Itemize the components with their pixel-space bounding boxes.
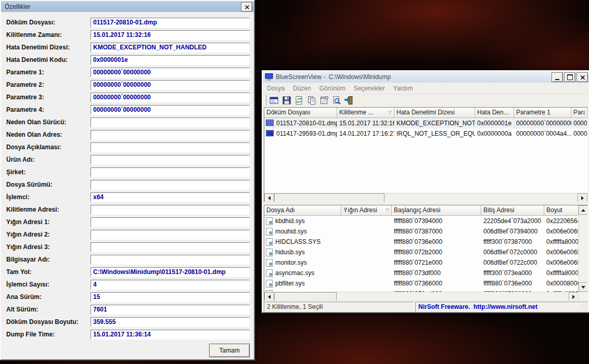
field-value[interactable] [91, 242, 250, 252]
dialog-field-row: Neden Olan Adres: [1, 128, 254, 141]
menu-item-düzen[interactable]: Düzen [289, 85, 315, 92]
close-button[interactable] [577, 72, 588, 82]
close-button[interactable] [241, 2, 252, 12]
resize-grip[interactable] [581, 304, 587, 310]
driver-list-hscrollbar[interactable] [264, 292, 579, 301]
refresh-icon[interactable] [293, 95, 305, 106]
column-header[interactable]: Bitiş Adresi [481, 205, 544, 216]
ok-button[interactable]: Tamam [209, 344, 250, 357]
field-value[interactable]: 4 [91, 280, 250, 290]
column-header[interactable]: Hata Den... [475, 108, 514, 118]
minimize-icon [555, 79, 559, 80]
field-value[interactable] [91, 180, 250, 190]
dump-row[interactable]: 011417-29593-01.dmp14.01.2017 17:16:27IR… [264, 128, 587, 139]
dialog-field-row: Dosya Sürümü: [1, 178, 254, 191]
dialog-field-row: Döküm Dosyası:011517-20810-01.dmp [1, 16, 254, 29]
exit-icon[interactable] [343, 95, 355, 106]
field-value[interactable]: 00000000`00000000 [91, 105, 250, 115]
driver-row[interactable]: mouhid.sysfffff880`07387000006df8ef`0739… [264, 226, 587, 237]
dialog-title: Özellikler [1, 3, 30, 10]
field-value[interactable]: C:\Windows\Minidump\011517-20810-01.dmp [91, 267, 250, 277]
menu-item-dosya[interactable]: Dosya [263, 85, 289, 92]
crash-list-panel: Döküm DosyasıKilitlenme ...▽Hata Denetim… [264, 107, 588, 203]
column-header[interactable]: Yığın Adresi▽ [341, 205, 392, 216]
copy-icon[interactable] [305, 95, 318, 106]
monitor-icon [266, 130, 274, 136]
column-header[interactable]: Hata Denetimi Dizesi [394, 108, 475, 118]
column-header-label: Hata Denetimi Dizesi [396, 108, 472, 118]
column-header-label: Para [573, 108, 585, 118]
field-value[interactable]: 00000000`00000000 [91, 80, 250, 90]
field-value[interactable] [91, 255, 250, 265]
field-value[interactable] [91, 230, 250, 240]
dialog-field-row: Dump File Time:15.01.2017 11:36:14 [1, 328, 254, 341]
save-icon[interactable] [280, 95, 293, 106]
dialog-field-row: Yığın Adresi 2: [1, 228, 254, 241]
scroll-up-button[interactable] [579, 205, 588, 215]
field-value[interactable]: 011517-20810-01.dmp [91, 18, 250, 28]
field-value[interactable]: 15.01.2017 11:32:16 [91, 30, 250, 40]
column-header-label: Dosya Adı [266, 205, 339, 215]
field-label: Parametre 2: [6, 81, 91, 88]
minimize-button[interactable] [552, 72, 563, 82]
advanced-options-icon[interactable] [268, 95, 280, 106]
dialog-field-row: Kilitlenme Zamanı:15.01.2017 11:32:16 [1, 29, 254, 41]
field-value[interactable]: 0x0000001e [91, 55, 250, 65]
dialog-titlebar[interactable]: Özellikler [1, 1, 254, 12]
end-address-cell: fffff300`07387000 [481, 237, 544, 247]
field-value[interactable] [91, 217, 250, 227]
field-label: Hata Denetimi Kodu: [6, 56, 91, 63]
driver-file-icon [266, 238, 273, 246]
column-header[interactable]: Döküm Dosyası [264, 108, 337, 118]
dump-row[interactable]: 011517-20810-01.dmp15.01.2017 11:32:16KM… [264, 118, 587, 128]
column-header[interactable]: Dosya Adı [264, 205, 341, 216]
driver-row[interactable]: pbfilter.sysfffff880`07366000fffff880`07… [264, 278, 587, 289]
app-icon [265, 73, 273, 81]
start-address-cell: fffff880`073df000 [392, 268, 481, 278]
menu-item-yardım[interactable]: Yardım [389, 85, 417, 92]
toolbar [263, 94, 589, 107]
field-value[interactable] [91, 118, 250, 127]
field-value[interactable] [91, 130, 250, 140]
sort-indicator-icon: ▽ [386, 205, 389, 215]
menu-item-görünüm[interactable]: Görünüm [315, 85, 350, 92]
field-value[interactable] [91, 142, 250, 152]
field-value[interactable]: 15.01.2017 11:36:14 [91, 330, 250, 340]
field-value[interactable] [91, 155, 250, 165]
column-header[interactable]: Kilitlenme ...▽ [337, 108, 394, 118]
field-value[interactable]: 00000000`00000000 [91, 68, 250, 77]
dialog-field-row: Parametre 1:00000000`00000000 [1, 66, 254, 79]
driver-file-icon [266, 249, 273, 256]
driver-list-vscrollbar[interactable] [578, 205, 587, 301]
maximize-button[interactable] [564, 72, 575, 82]
stack-address-cell [341, 216, 392, 226]
parameter2-cell: 0000 [571, 118, 587, 128]
column-header[interactable]: Başlangıç Adresi [392, 205, 481, 216]
field-value[interactable]: 359.555 [91, 317, 250, 327]
field-label: Döküm Dosyası Boyutu: [6, 318, 91, 326]
crash-list-hscrollbar[interactable] [264, 193, 587, 202]
field-value[interactable]: 15 [91, 292, 250, 302]
field-value[interactable]: 00000000`00000000 [91, 93, 250, 102]
driver-row[interactable]: asyncmac.sysfffff880`073df000fffff300`07… [264, 268, 587, 278]
window-titlebar[interactable]: BlueScreenView - C:\Windows\Minidump [263, 71, 589, 83]
nirsoft-link[interactable]: NirSoft Freeware. http://www.nirsoft.net [415, 302, 588, 312]
driver-row[interactable]: HIDCLASS.SYSfffff880`0736e000fffff300`07… [264, 237, 587, 247]
column-header[interactable]: Parametre 1 [514, 108, 571, 118]
menu-item-seçenekler[interactable]: Seçenekler [350, 85, 389, 92]
column-header[interactable]: Para [571, 108, 587, 118]
driver-row[interactable]: kbdhid.sysfffff880`0739400022205de4`073a… [264, 216, 587, 226]
driver-row[interactable]: hidusb.sysfffff880`072b2000006df8ef`072c… [264, 247, 587, 257]
field-value[interactable]: 7601 [91, 305, 250, 315]
field-value[interactable]: x64 [91, 192, 250, 202]
find-icon[interactable] [330, 95, 343, 106]
driver-file-name: HIDCLASS.SYS [275, 237, 321, 247]
field-value[interactable] [91, 167, 250, 177]
field-value[interactable]: KMODE_EXCEPTION_NOT_HANDLED [91, 43, 250, 53]
field-value[interactable] [91, 205, 250, 215]
scroll-down-button[interactable] [579, 282, 588, 292]
driver-row[interactable]: monitor.sysfffff880`0721e000006df8ef`072… [264, 257, 587, 268]
field-label: İşlemci: [6, 193, 91, 201]
properties-dialog: Özellikler Döküm Dosyası:011517-20810-01… [0, 0, 255, 360]
properties-icon[interactable] [318, 95, 330, 106]
